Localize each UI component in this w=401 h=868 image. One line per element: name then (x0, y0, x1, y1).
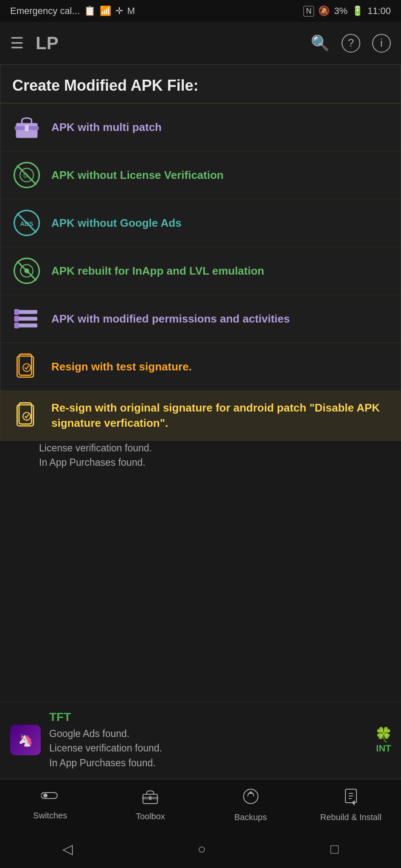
svg-marker-32 (249, 791, 253, 794)
switches-icon (41, 789, 59, 807)
modal: Create Modified APK File: APK with multi… (0, 64, 401, 441)
svg-rect-30 (149, 796, 151, 800)
tft-details: Google Ads found.License verification fo… (49, 726, 391, 771)
menu-icon[interactable]: ☰ (10, 34, 24, 52)
svg-text:ADS: ADS (20, 220, 33, 227)
resign-original-text: Re-sign with original signature for andr… (51, 400, 389, 431)
tft-info: TFT Google Ads found.License verificatio… (49, 710, 391, 771)
tft-name: TFT (49, 710, 391, 724)
nfc-icon: N (303, 6, 314, 17)
nav-item-rebuild[interactable]: Rebuild & Install (301, 787, 401, 822)
no-license-text: APK without License Verification (51, 167, 224, 183)
search-icon[interactable]: 🔍 (311, 34, 330, 52)
app-title: LP (36, 33, 299, 53)
svg-rect-19 (14, 323, 19, 328)
inapp-lvl-text: APK rebuilt for InApp and LVL emulation (51, 263, 264, 278)
backups-label: Backups (234, 812, 267, 822)
sim-icon: 📋 (84, 6, 95, 17)
bottom-nav: Switches Toolbox Backups (0, 779, 401, 830)
modal-item-permissions[interactable]: APK with modified permissions and activi… (0, 295, 401, 343)
svg-point-13 (24, 268, 29, 273)
permissions-icon (12, 304, 41, 333)
list-item-tft[interactable]: 🦄 TFT Google Ads found.License verificat… (0, 702, 401, 779)
nav-item-switches[interactable]: Switches (0, 789, 100, 821)
svg-rect-18 (14, 316, 19, 322)
permissions-text: APK with modified permissions and activi… (51, 311, 290, 326)
recents-button[interactable]: □ (331, 841, 339, 857)
svg-rect-16 (16, 323, 37, 327)
resign-test-icon (12, 352, 41, 381)
tft-badge: 🍀 INT (375, 726, 393, 754)
status-bar: Emergency cal... 📋 📶 ✛ M N 🔕 3% 🔋 11:00 (0, 0, 401, 22)
modal-title: Create Modified APK File: (0, 65, 401, 103)
resign-test-text: Resign with test signature. (51, 359, 192, 374)
inapp-lvl-icon (12, 256, 41, 285)
no-ads-text: APK without Google Ads (51, 215, 182, 231)
gmail-icon: M (127, 6, 135, 17)
switches-label: Switches (33, 811, 67, 821)
nav-item-toolbox[interactable]: Toolbox (100, 788, 200, 821)
time: 11:00 (367, 6, 391, 17)
modal-item-multi-patch[interactable]: APK with multi patch (0, 103, 401, 151)
tft-icon: 🦄 (10, 725, 41, 755)
resign-original-icon (12, 401, 41, 430)
modal-item-no-ads[interactable]: ADS APK without Google Ads (0, 199, 401, 247)
alarm-icon: 🔕 (318, 6, 330, 17)
svg-rect-17 (14, 309, 19, 315)
no-ads-icon: ADS (12, 209, 41, 237)
svg-rect-2 (25, 125, 28, 131)
status-right: N 🔕 3% 🔋 11:00 (303, 6, 391, 17)
emergency-call-text: Emergency cal... (10, 6, 80, 17)
toolbox-nav-icon (141, 788, 159, 808)
rebuild-label: Rebuild & Install (320, 812, 382, 822)
toolbox-label: Toolbox (136, 812, 165, 821)
modal-item-resign-test[interactable]: Resign with test signature. (0, 343, 401, 391)
back-button[interactable]: ◁ (62, 841, 73, 857)
info-icon[interactable]: i (372, 34, 391, 53)
plus-icon: ✛ (115, 6, 123, 17)
svg-point-27 (43, 793, 48, 798)
modal-item-inapp-lvl[interactable]: APK rebuilt for InApp and LVL emulation (0, 247, 401, 295)
toolbox-icon (12, 113, 41, 142)
nav-item-backups[interactable]: Backups (201, 787, 301, 822)
rebuild-icon (342, 787, 360, 809)
modal-overlay: Create Modified APK File: APK with multi… (0, 64, 401, 470)
modal-item-resign-original[interactable]: Re-sign with original signature for andr… (0, 391, 401, 440)
no-license-icon: © (12, 161, 41, 189)
multi-patch-text: APK with multi patch (51, 120, 162, 135)
help-icon[interactable]: ? (342, 34, 360, 53)
app-bar: ☰ LP 🔍 ? i (0, 22, 401, 64)
status-left: Emergency cal... 📋 📶 ✛ M (10, 6, 135, 17)
android-nav: ◁ ○ □ (0, 830, 401, 868)
svg-rect-15 (16, 317, 37, 320)
battery-percent: 3% (334, 6, 348, 17)
tft-clover-icon: 🍀 (375, 726, 393, 743)
svg-rect-14 (16, 310, 37, 314)
tft-badge-int: INT (376, 743, 391, 754)
partial-app-details: License verification found.In App Purcha… (0, 441, 401, 470)
bg-below-modal: License verification found.In App Purcha… (0, 441, 401, 470)
home-button[interactable]: ○ (198, 841, 206, 857)
backups-icon (242, 787, 260, 809)
wifi-icon: 📶 (100, 6, 111, 17)
svg-text:©: © (23, 172, 28, 179)
modal-item-no-license[interactable]: © APK without License Verification (0, 151, 401, 199)
battery-icon: 🔋 (352, 6, 363, 17)
